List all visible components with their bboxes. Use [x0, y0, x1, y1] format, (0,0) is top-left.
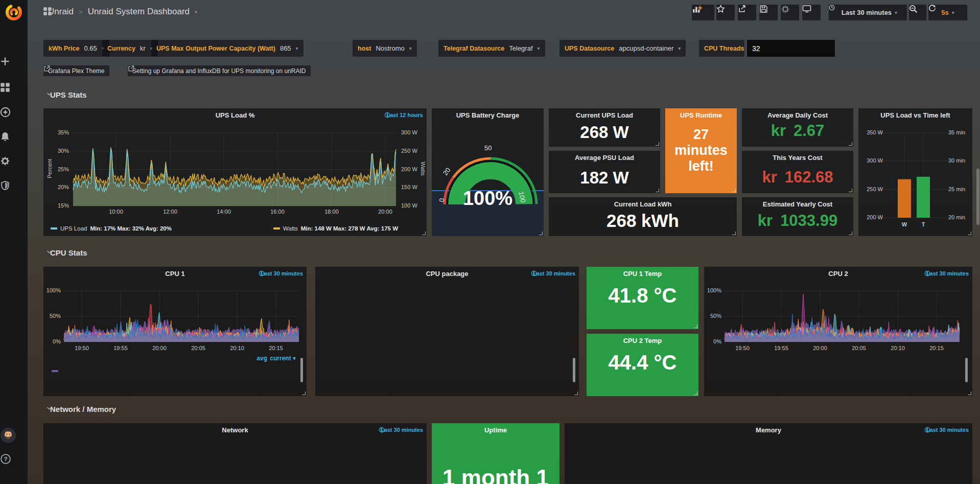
- stat-value: 1 month 1: [432, 465, 559, 484]
- variable-kwh-price[interactable]: kWh Price 0.65▾: [43, 40, 109, 57]
- panel-title[interactable]: UPS Load %: [64, 111, 406, 119]
- configuration-gear-icon[interactable]: [0, 156, 28, 174]
- section-ups-stats[interactable]: UPS Stats: [46, 90, 87, 99]
- legend-scrollbar[interactable]: [573, 358, 575, 382]
- axis-tick: 20 min: [948, 214, 972, 220]
- help-icon[interactable]: ?: [0, 453, 28, 472]
- axis-tick: 300 W: [401, 129, 425, 135]
- panel-time-range[interactable]: Last 12 hours: [384, 112, 423, 118]
- grafana-logo-icon[interactable]: [5, 3, 23, 21]
- user-avatar[interactable]: [0, 427, 28, 446]
- variable-value[interactable]: Telegraf: [509, 44, 532, 52]
- panel-current-ups-load: Current UPS Load 268 W: [549, 108, 660, 147]
- legend-item[interactable]: UPS LoadMin: 17% Max: 32% Avg: 20%: [51, 225, 172, 232]
- panel-time-range[interactable]: Last 30 minutes: [924, 427, 969, 433]
- variable-value[interactable]: Nostromo: [376, 44, 404, 52]
- axis-tick: W: [899, 221, 909, 227]
- panel-est-yearly-cost: Estimated Yearly Cost kr1033.99: [742, 197, 853, 236]
- legend-scrollbar[interactable]: [965, 358, 968, 382]
- cycle-view-monitor-button[interactable]: [802, 5, 821, 20]
- variable-value[interactable]: 865: [280, 44, 291, 52]
- panel-avg-daily-cost: Average Daily Cost kr2.67: [742, 108, 853, 147]
- stat-value: kr1033.99: [742, 212, 853, 230]
- star-dashboard-button[interactable]: [716, 5, 735, 20]
- panel-title[interactable]: Average Daily Cost: [762, 111, 833, 119]
- panel-title[interactable]: UPS Load vs Time left: [861, 111, 969, 119]
- cpu-threads-input[interactable]: [747, 40, 835, 57]
- panel-title[interactable]: Estimated Yearly Cost: [762, 200, 833, 208]
- axis-tick: 19:55: [109, 345, 132, 351]
- axis-tick: 0%: [43, 338, 61, 344]
- axis-tick: 30 min: [948, 157, 972, 164]
- legend-scrollbar[interactable]: [300, 358, 303, 382]
- variable-value[interactable]: 0.65: [84, 44, 97, 52]
- variable-label: CPU Threads: [704, 45, 744, 52]
- panel-title[interactable]: Memory: [585, 426, 952, 434]
- stat-value: 182 W: [549, 168, 660, 188]
- axis-tick: 25 min: [948, 186, 972, 192]
- variable-value[interactable]: kr: [140, 44, 146, 52]
- cpu-package-chart: [315, 267, 579, 396]
- create-plus-icon[interactable]: [0, 56, 28, 75]
- zoom-out-button[interactable]: [909, 5, 926, 20]
- panel-this-years-cost: This Years Cost kr162.68: [742, 151, 853, 193]
- panel-time-range[interactable]: Last 30 minutes: [531, 270, 575, 276]
- breadcrumb-caret-icon[interactable]: ▾: [195, 9, 197, 15]
- panel-title[interactable]: UPS Battery Charge: [437, 111, 539, 119]
- alerting-bell-icon[interactable]: [0, 131, 28, 150]
- panel-title[interactable]: Uptime: [452, 426, 539, 434]
- panel-memory: Memory Last 30 minutes: [565, 423, 972, 484]
- panel-title[interactable]: Average PSU Load: [569, 154, 640, 162]
- dashboard-settings-button[interactable]: [781, 5, 799, 20]
- panel-time-range[interactable]: Last 30 minutes: [259, 270, 303, 276]
- panel-title[interactable]: CPU 1 Temp: [607, 270, 678, 278]
- legend-stats: Min: 17% Max: 32% Avg: 20%: [90, 225, 172, 232]
- axis-tick: 18:00: [319, 209, 344, 215]
- legend-item[interactable]: WattsMin: 148 W Max: 278 W Avg: 175 W: [273, 225, 398, 232]
- axis-tick: 20:15: [265, 345, 287, 351]
- axis-tick: 10:00: [104, 209, 128, 215]
- panel-time-range[interactable]: Last 30 minutes: [379, 427, 423, 433]
- panel-title[interactable]: Network: [64, 426, 406, 434]
- page-scrollbar[interactable]: [976, 169, 979, 225]
- link-ups-monitoring-guide[interactable]: Setting up Grafana and InfluxDB for UPS …: [128, 65, 311, 76]
- time-range-label: Last 30 minutes: [842, 9, 892, 16]
- panel-title[interactable]: CPU 2: [725, 270, 952, 278]
- axis-tick: 150 W: [401, 184, 425, 190]
- save-dashboard-button[interactable]: [759, 5, 778, 20]
- explore-compass-icon[interactable]: [0, 107, 28, 125]
- stat-value: 41.8 °C: [587, 284, 698, 307]
- server-admin-shield-icon[interactable]: [0, 180, 28, 199]
- add-panel-button[interactable]: [692, 5, 714, 20]
- panel-ups-battery: UPS Battery Charge 0 20 50 100 100%: [432, 108, 544, 236]
- panel-title[interactable]: This Years Cost: [762, 154, 833, 162]
- panel-title[interactable]: CPU package: [336, 270, 558, 278]
- panel-title[interactable]: CPU 2 Temp: [607, 337, 678, 344]
- breadcrumb-current[interactable]: Unraid System Dashboard: [88, 7, 190, 17]
- temp-sparkline: [589, 309, 696, 327]
- variable-currency[interactable]: Currency kr▾: [102, 40, 158, 57]
- variable-telegraf-datasource[interactable]: Telegraf Datasource Telegraf▾: [438, 40, 545, 57]
- legend-sort-header[interactable]: current ▾: [260, 355, 296, 362]
- section-cpu-stats[interactable]: CPU Stats: [46, 248, 87, 257]
- variable-value[interactable]: apcupsd-container: [619, 44, 673, 52]
- section-network-memory[interactable]: Network / Memory: [46, 405, 116, 413]
- dashboards-icon[interactable]: [0, 82, 28, 101]
- breadcrumb-separator: >: [79, 8, 83, 16]
- variable-host[interactable]: host Nostromo▾: [353, 40, 417, 57]
- panel-title[interactable]: Current UPS Load: [569, 111, 640, 119]
- link-grafana-plex-theme[interactable]: Grafana Plex Theme: [43, 65, 109, 76]
- panel-title[interactable]: UPS Runtime: [668, 111, 734, 119]
- variable-ups-max-power[interactable]: UPS Max Output Power Capacity (Watt) 865…: [151, 40, 304, 57]
- grafana-dashboard: { "app": { "breadcrumb_root": "Unraid", …: [0, 0, 980, 484]
- time-picker-button[interactable]: Last 30 minutes ▾: [829, 5, 907, 20]
- refresh-button[interactable]: 5s ▾: [928, 5, 967, 20]
- gauge-value: 100%: [432, 188, 544, 210]
- panel-title[interactable]: Current Load kWh: [569, 200, 716, 208]
- share-dashboard-button[interactable]: [738, 5, 756, 20]
- panel-time-range[interactable]: Last 30 minutes: [924, 270, 969, 276]
- variable-label: Telegraf Datasource: [444, 45, 504, 52]
- panel-title[interactable]: CPU 1: [64, 270, 286, 278]
- legend-stats: Min: 148 W Max: 278 W Avg: 175 W: [301, 225, 398, 232]
- variable-ups-datasource[interactable]: UPS Datasource apcupsd-container▾: [559, 40, 686, 57]
